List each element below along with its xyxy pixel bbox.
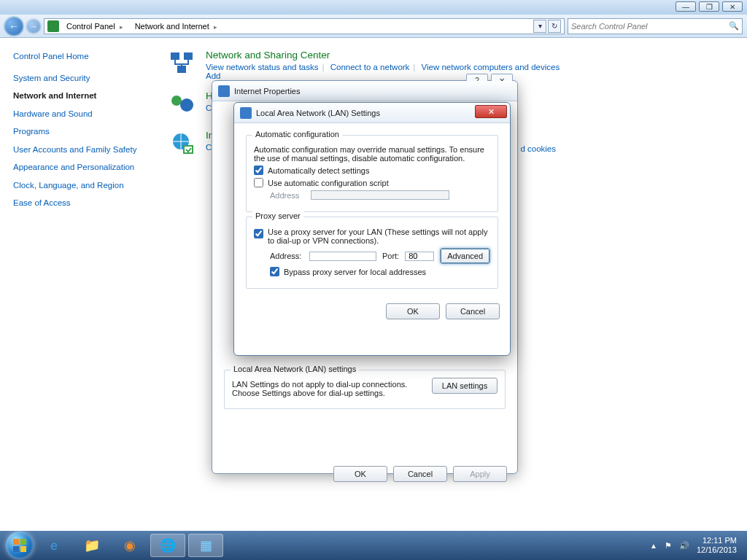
ip-apply-button[interactable]: Apply [453,466,507,482]
auto-script-checkbox-row[interactable]: Use automatic configuration script [254,178,490,187]
volume-icon[interactable]: 🔊 [679,541,689,551]
show-hidden-icons[interactable]: ▲ [650,542,657,550]
close-button[interactable]: ✕ [722,1,743,12]
clock-time: 12:11 PM [697,536,737,545]
window-titlebar: — ❐ ✕ [0,0,747,15]
svg-rect-8 [20,539,26,545]
lan-settings-dialog: Local Area Network (LAN) Settings ✕ Auto… [233,102,511,356]
proxy-group: Proxy server Use a proxy server for your… [246,217,498,289]
group-title-lan: Local Area Network (LAN) settings [231,365,359,373]
link-cookies-partial[interactable]: d cookies [520,144,556,153]
lan-dialog-icon [240,107,252,119]
media-player-icon: ◉ [121,537,139,554]
use-proxy-checkbox-row[interactable]: Use a proxy server for your LAN (These s… [254,228,490,245]
auto-script-address-field [311,190,449,200]
search-box[interactable]: Search Control Panel 🔍 [568,18,743,34]
link-connect-network[interactable]: Connect to a network [330,63,410,71]
auto-config-group: Automatic configuration Automatic config… [246,135,498,212]
nav-back-button[interactable]: ← [4,17,23,36]
ip-ok-button[interactable]: OK [333,466,387,482]
sidebar-item-network-internet[interactable]: Network and Internet [13,90,144,102]
maximize-button[interactable]: ❐ [699,1,719,12]
control-panel-icon [47,20,59,32]
breadcrumb-category[interactable]: Network and Internet [131,22,222,31]
category-network-sharing: Network and Sharing Center View network … [168,50,732,80]
taskbar-explorer[interactable]: 📁 [74,534,109,557]
address-bar[interactable]: Control Panel Network and Internet ▾ ↻ [44,18,565,34]
search-placeholder: Search Control Panel [571,22,648,31]
proxy-address-field[interactable] [309,252,376,261]
auto-detect-label: Automatically detect settings [268,166,369,175]
sidebar-item-clock-language[interactable]: Clock, Language, and Region [13,180,144,192]
taskbar-control-panel[interactable]: 🌐 [150,534,185,557]
auto-script-label: Use automatic configuration script [268,179,389,187]
bypass-proxy-checkbox[interactable] [270,267,279,276]
folder-icon: 📁 [83,537,101,554]
use-proxy-label: Use a proxy server for your LAN (These s… [268,228,490,245]
svg-point-4 [180,98,193,112]
bypass-proxy-checkbox-row[interactable]: Bypass proxy server for local addresses [270,267,490,276]
sidebar: Control Panel Home System and Security N… [0,38,153,531]
sidebar-item-appearance[interactable]: Appearance and Personalization [13,162,144,174]
use-proxy-checkbox[interactable] [254,229,263,238]
auto-config-text: Automatic configuration may override man… [254,145,490,163]
proxy-group-title: Proxy server [252,211,303,220]
taskbar-app2[interactable]: ▦ [188,534,223,557]
lan-settings-text: LAN Settings do not apply to dial-up con… [232,380,423,397]
auto-config-group-title: Automatic configuration [252,130,342,139]
minimize-button[interactable]: — [676,1,696,12]
taskbar-wmp[interactable]: ◉ [112,534,147,557]
proxy-port-field[interactable] [405,252,434,261]
category-title[interactable]: Network and Sharing Center [206,50,560,61]
taskbar-ie[interactable]: ｅ [36,534,71,557]
lan-cancel-button[interactable]: Cancel [446,303,500,319]
sidebar-home[interactable]: Control Panel Home [13,51,144,63]
internet-options-icon [168,130,197,159]
svg-rect-9 [13,546,19,552]
action-center-icon[interactable]: ⚑ [665,541,672,551]
lan-settings-group: Local Area Network (LAN) settings LAN Se… [224,370,506,409]
svg-rect-7 [13,539,19,545]
sidebar-item-ease-of-access[interactable]: Ease of Access [13,198,144,209]
system-tray: ▲ ⚑ 🔊 12:11 PM 12/16/2013 [650,536,741,554]
start-button[interactable] [6,532,34,559]
lan-dialog-title: Local Area Network (LAN) Settings [256,109,380,117]
address-refresh-button[interactable]: ↻ [548,20,561,33]
proxy-address-label: Address: [270,252,303,260]
link-view-status[interactable]: View network status and tasks [206,63,318,71]
search-icon: 🔍 [729,21,739,31]
address-dropdown-button[interactable]: ▾ [533,20,546,33]
bypass-proxy-label: Bypass proxy server for local addresses [284,268,426,276]
svg-rect-1 [184,52,193,60]
link-add[interactable]: Add [206,71,220,80]
proxy-port-label: Port: [382,252,399,260]
lan-ok-button[interactable]: OK [386,303,440,319]
sidebar-item-user-accounts[interactable]: User Accounts and Family Safety [13,144,144,156]
link-view-computers[interactable]: View network computers and devices [422,63,560,71]
lan-settings-button[interactable]: LAN settings [432,378,498,394]
clock-date: 12/16/2013 [697,545,737,555]
navigation-bar: ← → Control Panel Network and Internet ▾… [0,15,747,38]
nav-forward-button[interactable]: → [26,19,41,34]
lan-dialog-close-button[interactable]: ✕ [475,105,507,118]
ip-cancel-button[interactable]: Cancel [393,466,447,482]
auto-detect-checkbox[interactable] [254,166,263,175]
panel-icon: ▦ [197,537,214,554]
svg-rect-0 [171,52,179,60]
network-sharing-icon [168,50,197,79]
sidebar-item-system-security[interactable]: System and Security [13,73,144,85]
svg-point-3 [171,96,182,106]
taskbar: ｅ 📁 ◉ 🌐 ▦ ▲ ⚑ 🔊 12:11 PM 12/16/2013 [0,531,747,560]
breadcrumb-root[interactable]: Control Panel [62,22,128,31]
internet-properties-icon [218,85,230,97]
auto-script-checkbox[interactable] [254,178,263,187]
sidebar-item-hardware-sound[interactable]: Hardware and Sound [13,109,144,120]
auto-detect-checkbox-row[interactable]: Automatically detect settings [254,166,490,175]
clock[interactable]: 12:11 PM 12/16/2013 [697,536,737,554]
svg-rect-2 [177,66,186,73]
svg-rect-10 [20,546,26,552]
proxy-advanced-button[interactable]: Advanced [440,248,490,264]
auto-script-address-label: Address [270,191,306,200]
sidebar-item-programs[interactable]: Programs [13,126,144,138]
ie-icon: ｅ [45,537,63,554]
